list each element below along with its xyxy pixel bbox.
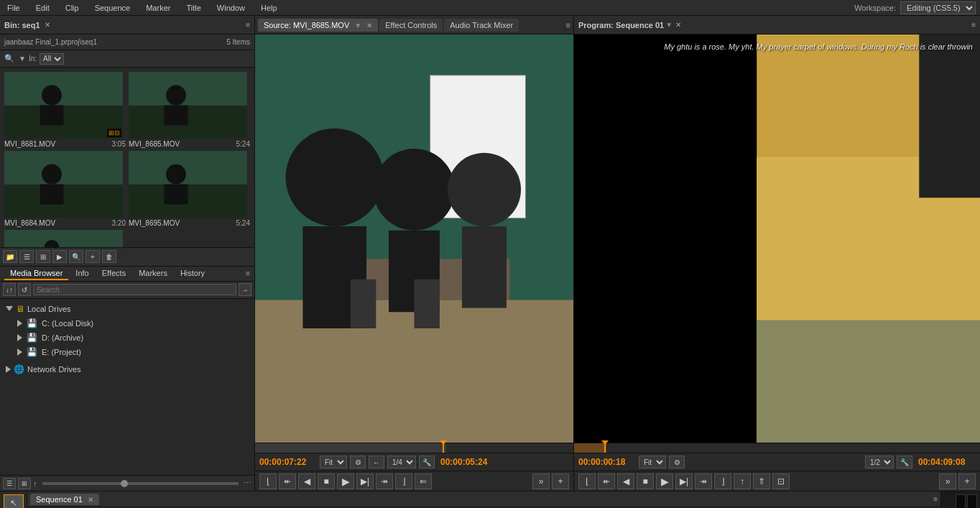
find-btn[interactable]: 🔍 xyxy=(69,250,83,263)
clear-btn[interactable]: 🗑 xyxy=(102,250,116,263)
audio-mixer-tab[interactable]: Audio Track Mixer xyxy=(444,19,519,32)
src-go-in[interactable]: ↞ xyxy=(279,474,296,489)
panel-menu-btn[interactable]: ≡ xyxy=(246,21,250,29)
network-drives-header[interactable]: 🌐 Network Drives xyxy=(3,362,251,377)
new-item-btn[interactable]: + xyxy=(85,250,100,263)
automate-btn[interactable]: ▶ xyxy=(52,250,67,263)
network-drives-label: Network Drives xyxy=(27,365,81,374)
source-timebar[interactable] xyxy=(255,443,573,453)
clip-item-4[interactable] xyxy=(4,230,126,247)
new-bin-btn[interactable]: 📁 xyxy=(3,250,17,263)
menu-window[interactable]: Window xyxy=(214,2,248,14)
workspace-select[interactable]: Editing (CS5.5) xyxy=(900,1,976,14)
panel-bottom-menu[interactable]: ≡ xyxy=(246,269,250,277)
program-fit-select[interactable]: Fit xyxy=(639,456,666,468)
menu-clip[interactable]: Clip xyxy=(63,2,82,14)
src-mark-out[interactable]: ⌋ xyxy=(395,474,412,489)
menu-help[interactable]: Help xyxy=(258,2,280,14)
sequence-tab[interactable]: Sequence 01 ✕ xyxy=(30,494,99,505)
src-add[interactable]: + xyxy=(552,474,569,489)
source-settings-btn[interactable]: ⚙ xyxy=(350,456,366,468)
prog-step-fwd[interactable]: ▶| xyxy=(675,474,693,489)
prog-go-out[interactable]: ↠ xyxy=(695,474,712,489)
clip-item-3[interactable]: MVI_8695.MOV 5:24 xyxy=(129,151,250,227)
tab-markers[interactable]: Markers xyxy=(133,267,173,280)
tab-info[interactable]: Info xyxy=(70,267,94,280)
prog-wrench-btn[interactable]: 🔧 xyxy=(897,456,912,468)
search-dropdown[interactable]: ▼ xyxy=(19,55,26,63)
mb-tree-icon[interactable]: ⋯ xyxy=(244,479,251,488)
local-drives-header[interactable]: 🖥 Local Drives xyxy=(3,302,251,316)
tab-history[interactable]: History xyxy=(175,267,211,280)
refresh-btn[interactable]: ↺ xyxy=(18,283,31,296)
src-play[interactable]: ▶ xyxy=(337,474,354,489)
timeline-panel-menu[interactable]: ≡ xyxy=(933,495,938,503)
drive-d[interactable]: 💾 D: (Archive) xyxy=(3,331,251,345)
mb-list-view[interactable]: ☰ xyxy=(3,478,16,489)
source-tabs: Source: MVI_8685.MOV ▼ ✕ Effect Controls… xyxy=(255,16,573,34)
src-go-out[interactable]: ↠ xyxy=(376,474,393,489)
tab-media-browser[interactable]: Media Browser xyxy=(4,267,68,280)
icon-view-btn[interactable]: ⊞ xyxy=(36,250,50,263)
tab-effects[interactable]: Effects xyxy=(96,267,131,280)
mb-search-btn[interactable]: → xyxy=(239,283,251,296)
source-tab-close[interactable]: ✕ xyxy=(366,22,372,29)
src-insert[interactable]: ⇐ xyxy=(415,474,432,489)
prog-add[interactable]: + xyxy=(958,474,976,489)
clip-item-2[interactable]: MVI_8684.MOV 3:20 xyxy=(4,151,126,227)
drive-e[interactable]: 💾 E: (Project) xyxy=(3,345,251,359)
clip-item-0[interactable]: ⊞⊟ MVI_8681.MOV 3:05 xyxy=(4,72,126,148)
program-timebar[interactable] xyxy=(574,443,980,453)
src-mark-in[interactable]: ⌊ xyxy=(259,474,277,489)
prog-match-frame[interactable]: ⊡ xyxy=(772,474,790,489)
prog-step-back[interactable]: ◀ xyxy=(617,474,634,489)
list-view-btn[interactable]: ☰ xyxy=(19,250,34,263)
prog-panel-menu[interactable]: ≡ xyxy=(971,21,976,29)
src-stop[interactable]: ■ xyxy=(318,474,335,489)
menu-edit[interactable]: Edit xyxy=(33,2,52,14)
media-browser-search[interactable] xyxy=(33,284,236,295)
source-wrench-btn[interactable]: 🔧 xyxy=(419,456,435,468)
source-marker-btn[interactable]: ← xyxy=(369,456,384,468)
mb-icon-view[interactable]: ⊞ xyxy=(18,478,31,489)
prog-tab-dropdown[interactable]: ▼ xyxy=(665,21,672,29)
src-step-fwd[interactable]: ▶| xyxy=(356,474,374,489)
prog-mark-out[interactable]: ⌋ xyxy=(714,474,731,489)
mb-up-icon[interactable]: ↑ xyxy=(33,479,37,488)
source-quality-select[interactable]: 1/4 xyxy=(387,456,416,468)
prog-settings-btn[interactable]: ⚙ xyxy=(669,456,685,468)
zoom-slider[interactable] xyxy=(42,482,239,485)
prog-more[interactable]: » xyxy=(939,474,956,489)
src-step-back[interactable]: ◀ xyxy=(298,474,315,489)
drive-c-expand-icon xyxy=(17,320,22,327)
drive-c[interactable]: 💾 C: (Local Disk) xyxy=(3,316,251,331)
in-select[interactable]: All xyxy=(40,53,64,65)
menu-file[interactable]: File xyxy=(4,2,23,14)
tool-select[interactable]: ↖ xyxy=(4,494,24,508)
filter-btn[interactable]: ↓↑ xyxy=(3,283,16,296)
prog-tab-close[interactable]: ✕ xyxy=(675,21,681,29)
bin-close[interactable]: ✕ xyxy=(45,21,50,29)
drive-c-label: C: (Local Disk) xyxy=(42,319,93,328)
prog-lift[interactable]: ↑ xyxy=(734,474,751,489)
src-more[interactable]: » xyxy=(532,474,550,489)
prog-go-in[interactable]: ↞ xyxy=(598,474,615,489)
menu-title[interactable]: Title xyxy=(183,2,203,14)
source-tab-dropdown[interactable]: ▼ xyxy=(354,22,361,29)
clip-item-1[interactable]: MVI_8685.MOV 5:24 xyxy=(129,72,250,148)
effect-controls-tab[interactable]: Effect Controls xyxy=(379,19,443,32)
prog-play[interactable]: ▶ xyxy=(656,474,673,489)
source-fit-select[interactable]: Fit xyxy=(320,456,347,468)
source-panel-menu[interactable]: ≡ xyxy=(566,21,570,29)
program-quality-select[interactable]: 1/2 xyxy=(865,456,894,468)
prog-stop[interactable]: ■ xyxy=(637,474,654,489)
prog-mark-in[interactable]: ⌊ xyxy=(578,474,596,489)
menu-marker[interactable]: Marker xyxy=(143,2,173,14)
meter-bar-left xyxy=(956,494,966,508)
source-tab[interactable]: Source: MVI_8685.MOV ▼ ✕ xyxy=(258,19,378,32)
menu-sequence[interactable]: Sequence xyxy=(92,2,134,14)
prog-extract[interactable]: ⇑ xyxy=(753,474,770,489)
program-video-monitor: My ghtu is a rose. My yht. My prayer car… xyxy=(574,34,980,443)
sequence-tab-close[interactable]: ✕ xyxy=(88,496,93,504)
media-browser-filter-bar: ↓↑ ↺ → xyxy=(0,282,254,299)
